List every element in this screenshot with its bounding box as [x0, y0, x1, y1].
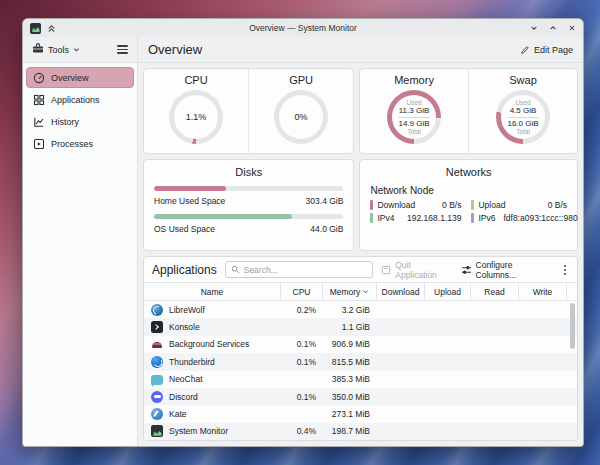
neochat-icon [151, 375, 163, 385]
ipv6-marker [471, 213, 474, 223]
grid-icon [33, 94, 45, 106]
table-row[interactable]: System Monitor 0.4% 198.7 MiB [144, 423, 577, 440]
discord-icon [151, 391, 163, 403]
sort-descending-icon [362, 288, 369, 295]
configure-columns-icon [461, 265, 472, 275]
minimize-icon[interactable] [530, 24, 538, 32]
overview-page: CPU 1.1% GPU 0% Memory Used [138, 63, 583, 446]
upload-stat: Upload 0 B/s [471, 200, 567, 210]
table-row[interactable]: Thunderbird 0.1% 815.5 MiB [144, 353, 577, 370]
home-used-bar [154, 186, 343, 191]
table-row[interactable]: Discord 0.1% 350.0 MiB [144, 388, 577, 405]
system-monitor-app-icon [30, 23, 41, 34]
table-row[interactable]: Background Services 0.1% 906.9 MiB [144, 336, 577, 353]
toolbox-icon [32, 43, 44, 56]
quit-application-button[interactable]: Quit Application [381, 260, 452, 280]
table-row[interactable]: Konsole 1.1 GiB [144, 318, 577, 335]
librewolf-icon [151, 304, 163, 316]
ipv4-marker [370, 213, 373, 223]
table-row[interactable]: Kate 273.1 MiB [144, 405, 577, 422]
search-box[interactable] [225, 261, 374, 278]
thunderbird-icon [151, 356, 163, 368]
column-header-read[interactable]: Read [471, 283, 519, 300]
memory-total-value: 14.9 GiB [398, 119, 429, 128]
quit-application-icon [381, 265, 391, 275]
swap-gauge: Swap Used 4.5 GiB 16.0 GiB Total [468, 69, 577, 153]
home-used-value: 303.4 GiB [306, 196, 344, 206]
speedometer-icon [33, 72, 45, 84]
chevron-down-icon [73, 46, 80, 53]
ipv4-stat: IPv4 192.168.1.139 [370, 213, 461, 223]
background-services-icon [151, 338, 163, 350]
network-node-title: Network Node [370, 185, 567, 196]
applications-title: Applications [152, 263, 217, 277]
disks-card: Disks Home Used Space 303.4 GiB OS Used … [143, 159, 354, 251]
table-body: LibreWolf 0.2% 3.2 GiB Konsole 1.1 GiB [144, 301, 577, 440]
os-used-value: 44.0 GiB [310, 224, 343, 234]
konsole-icon [151, 321, 163, 333]
tools-label: Tools [48, 45, 69, 55]
window-title: Overview — System Monitor [23, 23, 583, 33]
tools-menu-button[interactable]: Tools [32, 43, 80, 56]
pencil-icon [520, 45, 530, 55]
sidebar: Overview Applications History Processes [23, 63, 138, 446]
os-used-label: OS Used Space [154, 224, 215, 234]
kate-icon [151, 408, 163, 420]
column-header-memory[interactable]: Memory [323, 283, 377, 300]
column-header-cpu[interactable]: CPU [281, 283, 323, 300]
edit-page-button[interactable]: Edit Page [520, 45, 573, 55]
gpu-gauge: GPU 0% [248, 69, 353, 153]
table-header: Name CPU Memory Download Upload Read Wri… [144, 282, 577, 301]
sidebar-item-applications[interactable]: Applications [26, 89, 134, 110]
memory-gauge: Memory Used 11.3 GiB 14.9 GiB Total [360, 69, 468, 153]
system-monitor-window: Overview — System Monitor [22, 18, 584, 447]
configure-columns-button[interactable]: Configure Columns... [461, 260, 553, 280]
download-marker [370, 200, 373, 210]
sidebar-item-overview[interactable]: Overview [26, 67, 134, 88]
overflow-menu-icon[interactable] [561, 265, 569, 275]
toolbar: Tools Overview Edit Page [23, 37, 583, 63]
maximize-icon[interactable] [549, 24, 557, 32]
scrollbar-thumb[interactable] [570, 303, 575, 349]
gpu-usage-value: 0% [295, 112, 308, 122]
system-monitor-icon [151, 425, 163, 437]
download-stat: Download 0 B/s [370, 200, 461, 210]
close-icon[interactable] [568, 24, 576, 32]
ipv6-stat: IPv6 fdf8:a093:1ccc::980 [471, 213, 567, 223]
memory-swap-card: Memory Used 11.3 GiB 14.9 GiB Total Swap [359, 68, 578, 154]
home-used-label: Home Used Space [154, 196, 225, 206]
upload-marker [471, 200, 474, 210]
networks-card: Networks Network Node Download 0 B/s Upl… [359, 159, 578, 251]
swap-used-value: 4.5 GiB [510, 106, 537, 115]
sidebar-item-processes[interactable]: Processes [26, 133, 134, 154]
search-icon [231, 265, 240, 274]
memory-used-value: 11.3 GiB [399, 106, 430, 115]
cpu-gauge: CPU 1.1% [144, 69, 248, 153]
page-title: Overview [148, 42, 202, 57]
cpu-gpu-card: CPU 1.1% GPU 0% [143, 68, 354, 154]
os-used-bar [154, 214, 343, 219]
sidebar-item-history[interactable]: History [26, 111, 134, 132]
applications-panel: Applications Quit Application Configure … [143, 256, 578, 441]
column-header-download[interactable]: Download [377, 283, 425, 300]
cpu-usage-value: 1.1% [186, 112, 207, 122]
titlebar[interactable]: Overview — System Monitor [23, 19, 583, 37]
hamburger-menu-icon[interactable] [117, 45, 128, 53]
table-row[interactable]: LibreWolf 0.2% 3.2 GiB [144, 301, 577, 318]
desktop-wallpaper: Overview — System Monitor [0, 0, 600, 465]
search-input[interactable] [244, 265, 368, 275]
column-header-write[interactable]: Write [519, 283, 567, 300]
column-header-upload[interactable]: Upload [425, 283, 471, 300]
keep-above-icon[interactable] [47, 19, 56, 37]
table-row[interactable]: NeoChat 385.3 MiB [144, 371, 577, 388]
swap-total-value: 16.0 GiB [507, 119, 538, 128]
column-header-name[interactable]: Name [144, 283, 281, 300]
chart-icon [33, 116, 45, 128]
process-icon [33, 138, 45, 150]
